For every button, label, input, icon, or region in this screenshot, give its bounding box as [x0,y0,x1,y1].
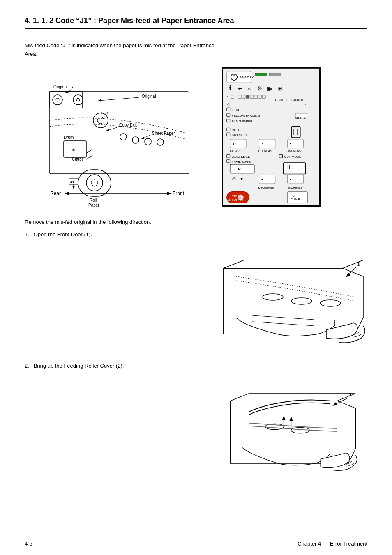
svg-text:▦: ▦ [267,85,272,92]
svg-point-21 [157,139,164,145]
svg-point-11 [93,113,108,128]
footer-section: Error Treatment [330,541,367,547]
diagram-section: Original Exit Original Fuser Drum [25,67,367,207]
remove-text: Remove the mis-fed original in the follo… [25,219,367,225]
svg-text:Front: Front [173,191,184,196]
svg-text:Sheet Paper: Sheet Paper [152,131,175,136]
step-2-number: 2. [25,363,29,369]
svg-text:Original Exit: Original Exit [53,85,76,89]
svg-text:▲: ▲ [289,178,292,181]
svg-marker-115 [224,268,363,334]
svg-text:FILM: FILM [232,108,239,112]
svg-text:ℹ: ℹ [229,85,231,92]
svg-line-3 [66,90,72,93]
svg-text:DECREASE: DECREASE [258,186,274,189]
svg-line-26 [86,149,92,153]
svg-text:Original: Original [142,94,156,99]
svg-text:CLEAR: CLEAR [230,150,240,152]
svg-point-120 [320,300,341,306]
step-1-instruction: Open the Front Door (1). [34,231,92,237]
svg-text:INCREASE: INCREASE [288,186,303,189]
svg-text:▼: ▼ [240,177,244,181]
svg-rect-79 [230,139,246,148]
machine-diagram: Original Exit Original Fuser Drum [25,67,214,207]
svg-rect-1 [49,92,82,108]
svg-rect-55 [246,95,249,98]
svg-rect-112 [287,191,307,203]
svg-text:PLAIN PAPER: PLAIN PAPER [232,119,253,123]
svg-text:STAND BY: STAND BY [240,76,254,79]
page-footer: 4-5 Chapter 4 Error Treatment [0,537,392,547]
svg-line-9 [99,97,139,101]
svg-text:☼: ☼ [247,86,251,92]
svg-text:↩: ↩ [238,85,243,92]
svg-text:MEDIA: MEDIA [295,116,306,120]
svg-text:Roll: Roll [90,198,97,203]
svg-line-17 [107,127,117,131]
svg-text:INCREASE: INCREASE [288,150,303,152]
svg-text:1: 1 [357,261,360,267]
svg-text:J1: J1 [70,180,74,184]
svg-rect-94 [230,164,254,173]
svg-text:Cutter: Cutter [72,157,83,161]
svg-point-29 [91,180,98,186]
step-1-section: 1. Open the Front Door (1). [25,231,367,350]
svg-text:DECREASE: DECREASE [258,150,274,152]
svg-text:C: C [233,142,236,146]
step-2-text: 2. Bring up the Feeding Roller Cover (2)… [25,363,367,369]
svg-point-118 [263,294,283,300]
svg-point-12 [97,117,104,124]
svg-text:LIGHTER: LIGHTER [275,99,288,101]
svg-text:|: | [293,164,295,169]
svg-text:| |: | | [286,164,290,169]
svg-text:CLEAR: CLEAR [291,198,300,201]
page-container: 4. 1. 1. 2 Code “J1” : Paper Mis-feed at… [0,0,392,555]
svg-text:⚙: ⚙ [232,176,236,182]
svg-point-19 [132,137,139,143]
svg-text:Paper: Paper [88,203,99,207]
page-title: 4. 1. 1. 2 Code “J1” : Paper Mis-feed at… [25,16,367,29]
svg-text:○: ○ [239,196,241,200]
intro-text: Mis-feed Code “J1” is indicated when the… [25,41,222,59]
svg-text:▷: ▷ [304,102,307,106]
step-2-image: 2 [211,375,367,482]
svg-text:SL: SL [227,95,231,98]
svg-point-5 [56,98,59,101]
svg-marker-116 [224,260,363,268]
svg-text:▼: ▼ [261,141,263,144]
svg-text:ROLL: ROLL [232,128,240,132]
svg-text:①: ① [72,148,75,152]
svg-point-20 [145,138,151,145]
step-2-instruction: Bring up the Feeding Roller Cover (2). [34,363,124,369]
footer-chapter-section: Chapter 4 Error Treatment [297,541,367,547]
svg-text:Rear: Rear [50,191,61,196]
step-1-number: 1. [25,231,29,237]
svg-text:P: P [238,166,241,171]
svg-line-121 [252,315,314,320]
svg-rect-43 [255,73,267,76]
svg-text:⊞: ⊞ [277,85,282,92]
svg-line-124 [347,267,356,276]
svg-text:Drum: Drum [64,135,74,140]
svg-text:VELLUM/TRACING: VELLUM/TRACING [232,113,260,117]
footer-chapter: Chapter 4 [297,541,321,547]
svg-marker-126 [231,393,356,401]
svg-point-6 [73,95,83,105]
svg-point-28 [86,175,103,191]
svg-text:DARKER: DARKER [291,99,303,101]
svg-point-4 [53,95,62,105]
svg-text:CUT MODE: CUT MODE [284,155,301,159]
footer-page-number: 4-5 [25,541,32,547]
svg-text:2: 2 [349,392,352,398]
svg-text:C: C [292,193,295,197]
svg-line-25 [86,155,92,159]
control-panel: STAND BY ℹ ↩ ☼ ⚙ ▦ ⊞ SL [222,67,321,207]
svg-text:CUT SHEET: CUT SHEET [232,133,250,137]
step-1-text: 1. Open the Front Door (1). [25,231,367,237]
svg-text:Copy Exit: Copy Exit [119,123,137,127]
svg-text:LEAD EDGE: LEAD EDGE [232,155,250,159]
step-1-image: 1 [211,244,367,350]
svg-text:TRAIL EDGE: TRAIL EDGE [232,160,251,164]
svg-text:⚙: ⚙ [257,85,263,92]
svg-line-122 [252,322,314,326]
